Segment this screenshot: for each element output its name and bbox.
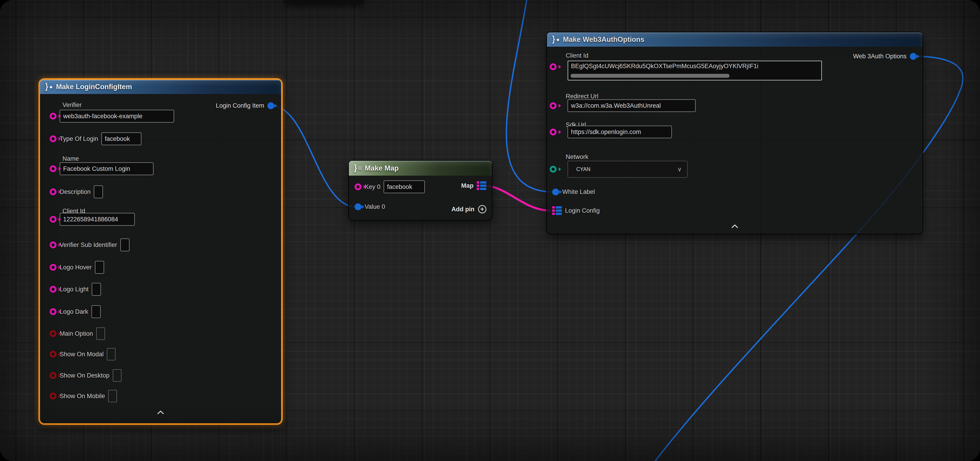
input-pin-redirect-url[interactable] bbox=[550, 102, 557, 109]
node-header-make-web3authoptions[interactable]: }● Make Web3AuthOptions bbox=[547, 32, 923, 47]
pin-row-logo-hover: Logo Hover bbox=[49, 261, 104, 274]
node-header-make-loginconfigitem[interactable]: }● Make LoginConfigItem bbox=[40, 80, 281, 94]
pin-row-sdk-url: https://sdk.openlogin.com bbox=[550, 126, 672, 138]
logo-hover-field[interactable] bbox=[95, 261, 104, 274]
input-pin-key0[interactable] bbox=[355, 183, 361, 190]
horizontal-scrollbar[interactable] bbox=[571, 74, 730, 78]
description-field[interactable] bbox=[94, 186, 103, 198]
wire-map-to-loginconfig[interactable] bbox=[483, 186, 551, 211]
client-id-field[interactable]: BEglQSgt4cUWcj6SKRdu5QkOXTsePmMcusG5EAoy… bbox=[568, 60, 822, 81]
pin-row-network: CYAN ∨ bbox=[550, 161, 688, 178]
field-label-network: Network bbox=[566, 153, 589, 161]
make-map-icon: }≡ bbox=[354, 164, 362, 172]
node-make-loginconfigitem[interactable]: }● Make LoginConfigItem Login Config Ite… bbox=[38, 78, 283, 425]
main-option-checkbox[interactable] bbox=[96, 327, 105, 340]
pin-row-white-label: White Label bbox=[552, 188, 595, 196]
input-pin-client-id[interactable] bbox=[550, 64, 557, 70]
logo-dark-field[interactable] bbox=[92, 305, 101, 318]
input-pin-logo-hover[interactable] bbox=[49, 264, 57, 271]
pin-row-description: Description bbox=[49, 186, 103, 198]
input-pin-show-on-desktop[interactable] bbox=[49, 372, 57, 379]
add-pin-button[interactable]: Add pin + bbox=[452, 205, 486, 213]
logo-light-field[interactable] bbox=[92, 283, 101, 296]
pin-row-show-on-desktop: Show On Desktop bbox=[49, 369, 121, 382]
chevron-down-icon: ∨ bbox=[677, 166, 682, 173]
input-pin-main-option[interactable] bbox=[49, 330, 57, 337]
blueprint-graph-canvas[interactable]: }● Make LoginConfigItem Login Config Ite… bbox=[0, 0, 980, 461]
field-label-name: Name bbox=[62, 155, 79, 162]
field-label-redirect-url: Redirect Url bbox=[566, 93, 598, 100]
redirect-url-field[interactable]: w3a://com.w3a.Web3AuthUnreal bbox=[568, 100, 696, 112]
output-pin-map[interactable] bbox=[477, 181, 486, 190]
input-pin-sdk-url[interactable] bbox=[550, 129, 557, 135]
pin-row-logo-light: Logo Light bbox=[49, 283, 101, 296]
type-of-login-field[interactable]: facebook bbox=[101, 132, 142, 145]
output-row-login-config-item: Login Config Item bbox=[216, 102, 274, 109]
pin-row-type-of-login: Type Of Login facebook bbox=[49, 132, 142, 145]
input-pin-logo-light[interactable] bbox=[49, 286, 57, 293]
pin-row-client-id: 1222658941886084 bbox=[49, 213, 135, 226]
client-id-field[interactable]: 1222658941886084 bbox=[60, 213, 135, 226]
show-on-modal-checkbox[interactable] bbox=[107, 348, 116, 360]
sdk-url-field[interactable]: https://sdk.openlogin.com bbox=[568, 126, 672, 138]
make-struct-icon: }● bbox=[552, 35, 560, 44]
show-on-desktop-checkbox[interactable] bbox=[113, 369, 121, 382]
pin-row-value0: Value 0 bbox=[355, 203, 385, 210]
network-selected-value: CYAN bbox=[576, 166, 590, 172]
input-pin-show-on-mobile[interactable] bbox=[49, 393, 57, 399]
pin-row-client-id bbox=[550, 64, 557, 70]
output-row-map: Map bbox=[461, 181, 486, 190]
field-label-verifier: Verifier bbox=[62, 102, 82, 109]
network-dropdown[interactable]: CYAN ∨ bbox=[568, 161, 688, 178]
add-pin-icon: + bbox=[478, 205, 486, 213]
input-pin-value0[interactable] bbox=[355, 203, 361, 210]
pin-row-main-option: Main Option bbox=[49, 327, 105, 340]
node-title: Make LoginConfigItem bbox=[56, 83, 132, 91]
key0-field[interactable]: facebook bbox=[383, 180, 425, 193]
pin-row-name: Facebook Custom Login bbox=[49, 162, 153, 175]
verifier-sub-identifier-field[interactable] bbox=[120, 238, 129, 251]
output-pin-label: Login Config Item bbox=[216, 102, 264, 109]
node-make-map[interactable]: }≡ Make Map Key 0 facebook Map Value 0 A… bbox=[348, 160, 493, 221]
client-id-value: BEglQSgt4cUWcj6SKRdu5QkOXTsePmMcusG5EAoy… bbox=[571, 63, 758, 70]
input-pin-white-label[interactable] bbox=[552, 188, 559, 195]
input-pin-show-on-modal[interactable] bbox=[49, 351, 57, 358]
collapse-node-icon[interactable] bbox=[731, 224, 739, 230]
node-title: Make Web3AuthOptions bbox=[563, 35, 644, 44]
pin-row-key0: Key 0 facebook bbox=[355, 180, 425, 193]
verifier-field[interactable]: web3auth-facebook-example bbox=[60, 110, 174, 122]
pin-row-show-on-modal: Show On Modal bbox=[49, 348, 116, 360]
output-pin-label: Web 3Auth Options bbox=[853, 53, 907, 60]
output-pin-login-config-item[interactable] bbox=[267, 102, 274, 109]
input-pin-name[interactable] bbox=[49, 165, 57, 172]
field-label-client-id: Client Id bbox=[566, 52, 589, 59]
output-pin-web3auth-options[interactable] bbox=[910, 53, 916, 60]
pin-row-redirect-url: w3a://com.w3a.Web3AuthUnreal bbox=[550, 100, 696, 112]
offscreen-node-fragment[interactable] bbox=[284, 0, 364, 4]
input-pin-verifier-sub-identifier[interactable] bbox=[49, 242, 57, 248]
input-pin-network[interactable] bbox=[550, 166, 557, 173]
output-pin-label: Map bbox=[461, 182, 474, 189]
pin-row-verifier-sub-identifier: Verifier Sub Identifier bbox=[49, 238, 129, 251]
pin-row-show-on-mobile: Show On Mobile bbox=[49, 390, 117, 402]
pin-row-verifier: web3auth-facebook-example bbox=[49, 110, 174, 122]
input-pin-logo-dark[interactable] bbox=[49, 308, 57, 315]
make-struct-icon: }● bbox=[45, 83, 53, 91]
pin-row-login-config: Login Config bbox=[552, 206, 600, 215]
name-field[interactable]: Facebook Custom Login bbox=[60, 162, 153, 175]
input-pin-description[interactable] bbox=[49, 188, 57, 195]
output-row-web3auth-options: Web 3Auth Options bbox=[853, 53, 916, 60]
input-pin-client-id[interactable] bbox=[49, 216, 57, 223]
input-pin-type-of-login[interactable] bbox=[49, 135, 57, 142]
node-title: Make Map bbox=[365, 164, 399, 172]
input-pin-login-config[interactable] bbox=[552, 206, 562, 215]
pin-row-logo-dark: Logo Dark bbox=[49, 305, 101, 318]
collapse-node-icon[interactable] bbox=[157, 410, 164, 416]
input-pin-verifier[interactable] bbox=[49, 113, 57, 119]
node-header-make-map[interactable]: }≡ Make Map bbox=[349, 161, 492, 176]
wire-loginconfigitem-to-value0[interactable] bbox=[271, 106, 356, 207]
show-on-mobile-checkbox[interactable] bbox=[108, 390, 117, 402]
node-make-web3authoptions[interactable]: }● Make Web3AuthOptions Web 3Auth Option… bbox=[546, 32, 923, 234]
